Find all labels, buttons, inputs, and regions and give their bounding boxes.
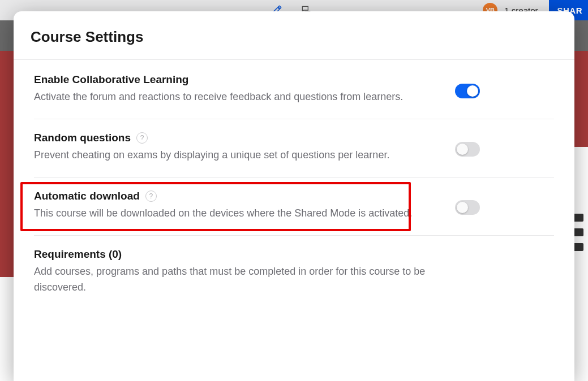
setting-title: Enable Collaborative Learning — [34, 73, 441, 86]
setting-title-label: Enable Collaborative Learning — [34, 73, 188, 86]
setting-text: Automatic download ? This course will be… — [34, 190, 441, 222]
toggle-knob — [467, 85, 478, 97]
setting-text: Requirements (0) Add courses, programs a… — [34, 248, 441, 296]
setting-title-label: Requirements (0) — [34, 248, 122, 261]
modal-body[interactable]: Enable Collaborative Learning Activate t… — [14, 60, 574, 381]
setting-description: Prevent cheating on exams by displaying … — [34, 148, 441, 163]
help-icon[interactable]: ? — [145, 190, 157, 202]
setting-collaborative-learning: Enable Collaborative Learning Activate t… — [34, 60, 554, 119]
setting-description: Add courses, programs and paths that mus… — [34, 264, 441, 296]
random-questions-toggle[interactable] — [455, 142, 480, 157]
toggle-knob — [457, 144, 468, 155]
setting-title: Requirements (0) — [34, 248, 441, 261]
setting-random-questions: Random questions ? Prevent cheating on e… — [34, 119, 554, 177]
collaborative-learning-toggle[interactable] — [455, 84, 480, 98]
modal-title: Course Settings — [31, 28, 557, 46]
setting-title-label: Automatic download — [34, 190, 140, 202]
setting-title: Random questions ? — [34, 132, 441, 144]
help-icon[interactable]: ? — [136, 132, 148, 144]
setting-description: Activate the forum and reactions to rece… — [34, 89, 441, 105]
modal-header: Course Settings — [14, 11, 574, 60]
automatic-download-toggle[interactable] — [455, 200, 480, 215]
setting-title: Automatic download ? — [34, 190, 441, 202]
setting-text: Random questions ? Prevent cheating on e… — [34, 132, 441, 163]
setting-description: This course will be downloaded on the de… — [34, 206, 441, 222]
setting-text: Enable Collaborative Learning Activate t… — [34, 73, 441, 105]
toggle-knob — [457, 202, 468, 213]
course-settings-modal: Course Settings Enable Collaborative Lea… — [14, 11, 574, 381]
setting-automatic-download: Automatic download ? This course will be… — [34, 177, 554, 236]
setting-title-label: Random questions — [34, 132, 131, 144]
setting-requirements: Requirements (0) Add courses, programs a… — [34, 236, 554, 318]
